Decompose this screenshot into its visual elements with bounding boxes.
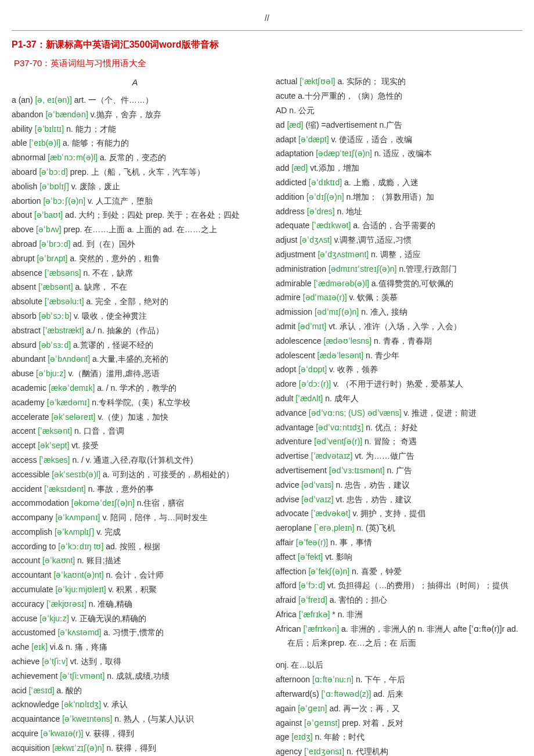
phonetic: [əkˈnɒlɪdʒ]	[62, 700, 101, 709]
phonetic: [əˈbɪlɪtɪ]	[35, 124, 64, 134]
title-primary: P1-37：新课标高中英语词汇3500词word版带音标	[12, 37, 522, 52]
vocabulary-entry: accessible [əkˈsesɪb(ə)l] a. 可到达的，可接受的，易…	[12, 468, 258, 482]
vocabulary-entry: adore [əˈdɔː(r)] v. （不用于进行时）热爱，爱慕某人	[276, 377, 522, 391]
definition: ad. 再一次；再，又	[329, 704, 399, 713]
definition: (缩) =advertisement n.广告	[305, 120, 402, 129]
phonetic: [ˈækses]	[39, 455, 70, 465]
definition: v. 陪同，陪伴，与…同时发生	[102, 513, 208, 522]
phonetic: [əˈdɔː(r)]	[299, 379, 331, 388]
phonetic: [əˈfekt]	[298, 552, 323, 561]
definition: n.管理,行政部门	[399, 264, 457, 273]
definition: n. 年龄；时代	[315, 732, 365, 741]
definition: v. 人工流产，堕胎	[88, 196, 153, 206]
definition: n. 适应，改编本	[374, 149, 432, 158]
vocabulary-entry: absorb [əbˈsɔːb] v. 吸收，使全神贯注	[12, 309, 258, 323]
definition: n.住宿，膳宿	[137, 498, 185, 507]
definition: a. 能够；有能力的	[63, 138, 129, 147]
vocabulary-entry: accent [ˈæksənt] n. 口音，音调	[12, 424, 258, 438]
definition: v.抛弃，舍弃，放弃	[91, 110, 161, 119]
vocabulary-entry: accumulate [əˈkjuːmjʊleɪt] v. 积累，积聚	[12, 583, 258, 597]
definition: art. 一（个、件……）	[74, 95, 153, 105]
definition: prep. 对着，反对	[342, 718, 403, 728]
vocabulary-entry: adjustment [əˈdʒʌstmənt] n. 调整，适应	[276, 248, 522, 262]
word: achieve	[12, 657, 39, 666]
phonetic: [æbˈnɔːm(ə)l]	[48, 153, 98, 162]
phonetic: [əˈfɔːd]	[298, 581, 324, 590]
vocabulary-entry: aboard [əˈbɔːd] prep. 上（船，飞机，火车，汽车等）	[12, 165, 258, 179]
word: admit	[276, 322, 295, 331]
word: adult	[276, 394, 293, 403]
word: onj.	[276, 660, 289, 669]
definition: vt. 忠告，劝告，建议	[336, 495, 412, 504]
word: adjustment	[276, 250, 315, 259]
word: according to	[12, 542, 56, 551]
definition: ad. 按照，根据	[106, 542, 160, 551]
phonetic: [əˈdʒʌstmənt]	[317, 250, 369, 259]
word: adaptation	[276, 149, 313, 158]
word: age	[276, 732, 289, 741]
definition: 在…以后	[291, 660, 323, 669]
word: agency	[276, 747, 302, 756]
phonetic: [əˈdres]	[307, 207, 335, 216]
vocabulary-entry: achieve [əˈtʃiːv] vt. 达到，取得	[12, 655, 258, 669]
phonetic: [əˈdɪʃ(ə)n]	[306, 192, 344, 201]
word: administration	[276, 264, 326, 273]
word: abolish	[12, 182, 37, 191]
word: aboard	[12, 167, 37, 177]
word: afterward(s)	[276, 689, 319, 699]
word: academy	[12, 398, 45, 407]
phonetic: [əkˈsept]	[38, 441, 69, 450]
vocabulary-entry: acid [ˈæsɪd] a. 酸的	[12, 684, 258, 698]
word: abnormal	[12, 153, 45, 162]
word: affect	[276, 552, 295, 561]
vocabulary-entry: administration [ədmɪnɪˈstreɪʃ(ə)n] n.管理,…	[276, 262, 522, 276]
vocabulary-entry: a (an) [ə, eɪ(ən)] art. 一（个、件……）	[12, 93, 258, 107]
phonetic: [əˈbaʊt]	[34, 210, 63, 219]
top-rule	[12, 30, 522, 31]
word: acknowledge	[12, 700, 59, 709]
definition: a./ n. 抽象的（作品）	[86, 326, 164, 335]
word: address	[276, 207, 305, 216]
vocabulary-entry: affair [əˈfeə(r)] n. 事，事情	[276, 536, 522, 550]
definition: a. 缺席， 不在	[75, 282, 127, 291]
definition: ad. 后来	[373, 689, 403, 699]
vocabulary-entry: academy [əˈkædəmɪ] n.专科学院,（美）私立学校	[12, 396, 258, 410]
vocabulary-entry: adaptation [ədæpˈteɪʃ(ə)n] n. 适应，改编本	[276, 147, 522, 161]
phonetic: [əˈɡeɪn]	[298, 704, 327, 713]
definition: a.大量,丰盛的,充裕的	[92, 354, 168, 363]
definition: n. 调整，适应	[371, 250, 421, 259]
vocabulary-entry: accuse [əˈkjuːz] v. 正确无误的,精确的	[12, 612, 258, 626]
phonetic: [ækwɪˈzɪʃ(ə)n]	[52, 743, 104, 753]
phonetic: [ˈækjʊrəsɪ]	[46, 599, 86, 609]
title-secondary: P37-70：英语词组与习惯用语大全	[12, 56, 522, 71]
phonetic: [əˈtʃiːvmənt]	[60, 671, 104, 681]
definition: n. 青春，青春期	[374, 336, 432, 345]
word: affair	[276, 538, 294, 547]
vocabulary-entry: acquaintance [əˈkweɪntəns] n. 熟人，(与某人)认识	[12, 712, 258, 726]
phonetic: [əkɒməˈdeɪʃ(ə)n]	[71, 498, 135, 507]
phonetic: [əˈkjuːz]	[39, 614, 69, 623]
vocabulary-entry: absolute [ˈæbsəluːt] a. 完全，全部，绝对的	[12, 295, 258, 309]
vocabulary-entry: admission [ədˈmɪʃ(ə)n] n. 准入, 接纳	[276, 305, 522, 319]
definition: vt. 为……做广告	[355, 451, 414, 460]
vocabulary-entry: admit [ədˈmɪt] vt. 承认，准许（入场，入学，入会）	[276, 320, 522, 334]
definition: vt. 影响	[325, 552, 352, 561]
phonetic: [ækəˈdemɪk]	[49, 383, 95, 393]
vocabulary-entry: absurd [əbˈsɜːd] a.荒谬的，怪诞不经的	[12, 339, 258, 352]
word: account	[12, 556, 40, 565]
phonetic: [ˈædʌlt]	[295, 394, 323, 403]
phonetic: [əˈfekʃ(ə)n]	[309, 567, 350, 576]
word: advocate	[276, 509, 309, 518]
vocabulary-entry: accuracy [ˈækjʊrəsɪ] n. 准确,精确	[12, 597, 258, 611]
vocabulary-entry: accelerate [əkˈseləreɪt] v.（使）加速，加快	[12, 411, 258, 424]
phonetic: [ˈæbstrækt]	[43, 326, 84, 335]
definition: n. 代理机构	[347, 747, 388, 756]
vocabulary-entry: adopt [əˈdɒpt] v. 收养，领养	[276, 363, 522, 377]
phonetic: [əˈbrɔːd]	[39, 239, 70, 249]
vocabulary-entry: abundant [əˈbʌndənt] a.大量,丰盛的,充裕的	[12, 352, 258, 366]
phonetic: [ædəʊˈlesns]	[324, 336, 372, 345]
definition: n. 下午，午后	[356, 675, 406, 684]
word: absorb	[12, 311, 37, 321]
vocabulary-entry: admirable [ˈædmərəb(ə)l] a.值得赞赏的,可钦佩的	[276, 277, 522, 291]
vocabulary-entry: afterward(s) [ˈɑːftəwəd(z)] ad. 后来	[276, 687, 522, 701]
